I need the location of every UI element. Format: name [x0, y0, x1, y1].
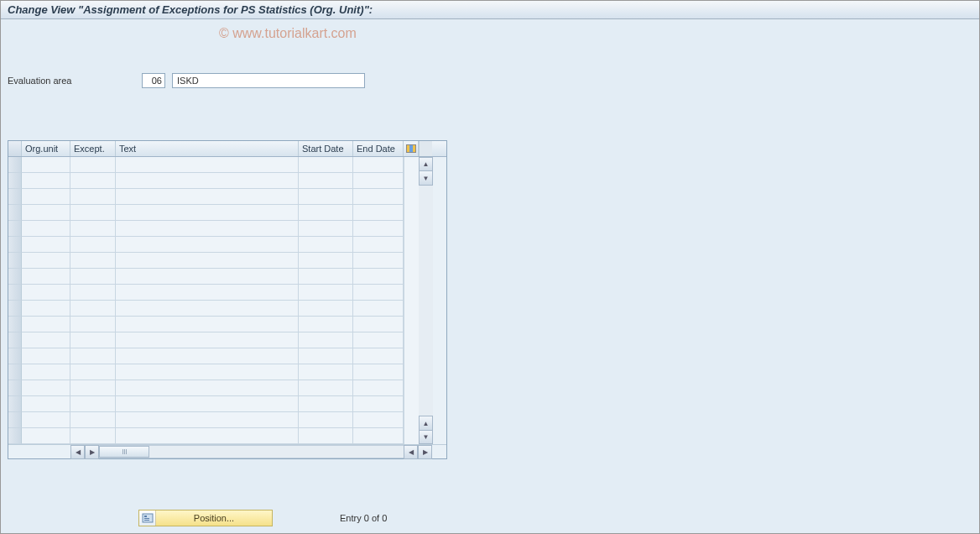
cell-text[interactable]: [116, 189, 299, 205]
table-row[interactable]: [8, 412, 404, 428]
cell-enddate[interactable]: [353, 301, 404, 317]
row-selector[interactable]: [8, 253, 22, 269]
cell-enddate[interactable]: [353, 332, 404, 348]
cell-text[interactable]: [116, 348, 299, 364]
table-row[interactable]: [8, 428, 404, 444]
cell-except[interactable]: [70, 412, 116, 428]
cell-startdate[interactable]: [299, 189, 353, 205]
cell-startdate[interactable]: [299, 253, 353, 269]
cell-enddate[interactable]: [353, 189, 404, 205]
scroll-left-button[interactable]: ◀: [70, 445, 85, 459]
cell-except[interactable]: [70, 237, 116, 253]
cell-orgunit[interactable]: [22, 157, 70, 173]
cell-text[interactable]: [116, 364, 299, 380]
cell-except[interactable]: [70, 269, 116, 285]
row-selector[interactable]: [8, 348, 22, 364]
row-selector[interactable]: [8, 428, 22, 444]
cell-startdate[interactable]: [299, 317, 353, 332]
cell-startdate[interactable]: [299, 173, 353, 189]
row-selector[interactable]: [8, 173, 22, 189]
cell-orgunit[interactable]: [22, 285, 70, 301]
cell-startdate[interactable]: [299, 285, 353, 301]
cell-except[interactable]: [70, 428, 116, 444]
table-row[interactable]: [8, 189, 404, 205]
row-selector[interactable]: [8, 396, 22, 412]
cell-except[interactable]: [70, 285, 116, 301]
cell-enddate[interactable]: [353, 269, 404, 285]
row-selector[interactable]: [8, 269, 22, 285]
scroll-up-button[interactable]: ▲: [419, 157, 433, 171]
table-row[interactable]: [8, 301, 404, 317]
table-row[interactable]: [8, 317, 404, 332]
table-row[interactable]: [8, 332, 404, 348]
cell-except[interactable]: [70, 157, 116, 173]
table-row[interactable]: [8, 253, 404, 269]
select-all-column[interactable]: [8, 141, 22, 156]
scroll-right-button[interactable]: ▶: [418, 445, 432, 459]
table-row[interactable]: [8, 221, 404, 237]
evaluation-area-text-input[interactable]: [172, 73, 365, 88]
cell-text[interactable]: [116, 285, 299, 301]
cell-orgunit[interactable]: [22, 348, 70, 364]
table-row[interactable]: [8, 364, 404, 380]
cell-enddate[interactable]: [353, 173, 404, 189]
cell-text[interactable]: [116, 412, 299, 428]
cell-text[interactable]: [116, 301, 299, 317]
cell-except[interactable]: [70, 221, 116, 237]
cell-orgunit[interactable]: [22, 269, 70, 285]
cell-except[interactable]: [70, 332, 116, 348]
row-selector[interactable]: [8, 412, 22, 428]
cell-enddate[interactable]: [353, 364, 404, 380]
cell-text[interactable]: [116, 205, 299, 221]
cell-startdate[interactable]: [299, 412, 353, 428]
cell-text[interactable]: [116, 173, 299, 189]
cell-orgunit[interactable]: [22, 412, 70, 428]
table-row[interactable]: [8, 173, 404, 189]
vscroll-track[interactable]: [419, 186, 433, 416]
row-selector[interactable]: [8, 332, 22, 348]
cell-except[interactable]: [70, 317, 116, 332]
cell-enddate[interactable]: [353, 205, 404, 221]
cell-enddate[interactable]: [353, 221, 404, 237]
col-header-text[interactable]: Text: [116, 141, 299, 156]
table-row[interactable]: [8, 205, 404, 221]
cell-enddate[interactable]: [353, 412, 404, 428]
table-row[interactable]: [8, 348, 404, 364]
cell-enddate[interactable]: [353, 285, 404, 301]
table-settings-button[interactable]: [404, 141, 419, 156]
table-row[interactable]: [8, 380, 404, 396]
cell-startdate[interactable]: [299, 380, 353, 396]
position-button[interactable]: Position...: [138, 510, 273, 526]
cell-startdate[interactable]: [299, 221, 353, 237]
vertical-scrollbar[interactable]: ▲ ▼ ▲ ▼: [419, 157, 433, 444]
table-row[interactable]: [8, 396, 404, 412]
cell-startdate[interactable]: [299, 205, 353, 221]
cell-orgunit[interactable]: [22, 173, 70, 189]
row-selector[interactable]: [8, 364, 22, 380]
row-selector[interactable]: [8, 189, 22, 205]
row-selector[interactable]: [8, 285, 22, 301]
table-row[interactable]: [8, 237, 404, 253]
cell-enddate[interactable]: [353, 380, 404, 396]
row-selector[interactable]: [8, 237, 22, 253]
cell-text[interactable]: [116, 269, 299, 285]
cell-except[interactable]: [70, 301, 116, 317]
cell-startdate[interactable]: [299, 332, 353, 348]
cell-except[interactable]: [70, 173, 116, 189]
cell-text[interactable]: [116, 221, 299, 237]
scroll-right-step-button[interactable]: ◀: [404, 445, 418, 459]
cell-orgunit[interactable]: [22, 237, 70, 253]
cell-orgunit[interactable]: [22, 317, 70, 332]
cell-except[interactable]: [70, 189, 116, 205]
cell-enddate[interactable]: [353, 348, 404, 364]
cell-orgunit[interactable]: [22, 396, 70, 412]
cell-text[interactable]: [116, 317, 299, 332]
cell-orgunit[interactable]: [22, 205, 70, 221]
cell-enddate[interactable]: [353, 428, 404, 444]
scroll-down-button[interactable]: ▼: [419, 430, 433, 444]
horizontal-scrollbar[interactable]: ◀ ▶ ◀ ▶: [8, 444, 446, 458]
cell-orgunit[interactable]: [22, 332, 70, 348]
cell-text[interactable]: [116, 380, 299, 396]
scroll-left-step-button[interactable]: ▶: [85, 445, 99, 459]
cell-except[interactable]: [70, 396, 116, 412]
